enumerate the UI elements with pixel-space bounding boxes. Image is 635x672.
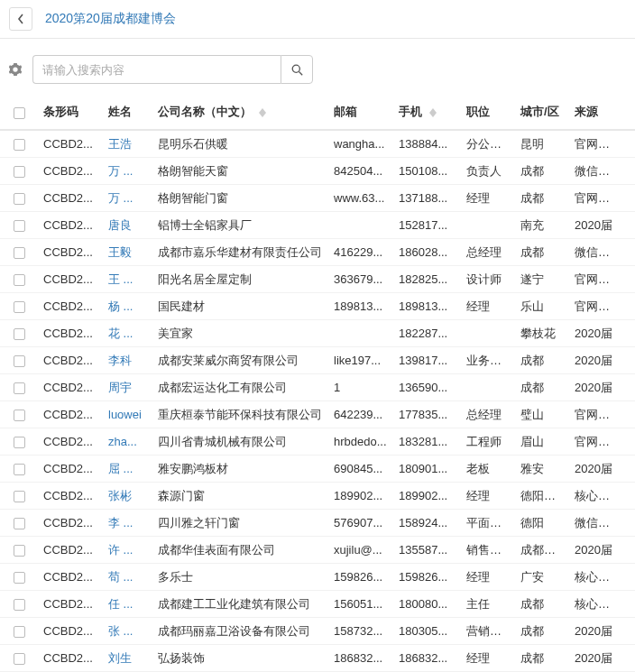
search-icon <box>291 64 303 76</box>
row-checkbox[interactable] <box>14 274 25 286</box>
col-source[interactable]: 来源 <box>569 104 623 120</box>
name-link[interactable]: 刘生 <box>108 651 132 665</box>
cell-email: 158732... <box>328 624 393 638</box>
cell-phone: 150108... <box>393 164 461 178</box>
cell-company: 四川雅之轩门窗 <box>152 515 328 531</box>
cell-phone: 189813... <box>393 299 461 313</box>
cell-source: 官网登记 <box>569 272 623 288</box>
breadcrumb: 2020第20届成都建博会 <box>0 0 635 39</box>
name-link[interactable]: 李 ... <box>108 516 133 529</box>
name-link[interactable]: 王 ... <box>108 272 133 286</box>
cell-position: 经理 <box>461 569 515 585</box>
name-link[interactable]: 苟 ... <box>108 570 133 584</box>
cell-city: 成都 <box>515 353 569 369</box>
row-checkbox[interactable] <box>14 355 25 367</box>
row-checkbox[interactable] <box>14 572 25 584</box>
cell-email: 189902... <box>328 489 393 502</box>
name-link[interactable]: 王毅 <box>108 245 132 259</box>
row-checkbox[interactable] <box>14 518 25 529</box>
row-checkbox[interactable] <box>14 193 25 205</box>
search-group <box>32 55 313 84</box>
row-checkbox[interactable] <box>14 653 25 665</box>
name-link[interactable]: 花 ... <box>108 327 133 340</box>
col-position[interactable]: 职位 <box>461 104 515 120</box>
table-row: CCBD2...luowei重庆桓泰节能环保科技有限公司642239...177… <box>0 401 635 428</box>
cell-company: 成都建工工业化建筑有限公司 <box>152 596 328 612</box>
cell-barcode: CCBD2... <box>38 543 103 557</box>
row-checkbox[interactable] <box>14 437 25 448</box>
cell-barcode: CCBD2... <box>38 218 103 232</box>
row-checkbox[interactable] <box>14 599 25 611</box>
col-company[interactable]: 公司名称（中文） <box>152 104 328 120</box>
back-button[interactable] <box>9 7 32 31</box>
cell-city: 德阳 <box>515 515 569 531</box>
select-all-checkbox[interactable] <box>14 107 25 119</box>
cell-position: 总经理 <box>461 407 515 423</box>
cell-company: 格朗智能天窗 <box>152 163 328 180</box>
table-row: CCBD2...唐良铝博士全铝家具厂152817...南充2020届 <box>0 212 635 239</box>
name-link[interactable]: 万 ... <box>108 164 133 178</box>
col-phone[interactable]: 手机 <box>393 104 461 120</box>
cell-position: 设计师 <box>461 272 515 288</box>
gear-icon[interactable] <box>9 63 22 76</box>
cell-company: 重庆桓泰节能环保科技有限公司 <box>152 407 328 423</box>
name-link[interactable]: luowei <box>108 408 142 421</box>
table-row: CCBD2...王毅成都市嘉乐华建材有限责任公司416229...186028.… <box>0 239 635 266</box>
cell-position: 老板 <box>461 461 515 477</box>
name-link[interactable]: 张 ... <box>108 624 133 638</box>
row-checkbox[interactable] <box>14 410 25 421</box>
breadcrumb-link[interactable]: 2020第20届成都建博会 <box>45 11 176 27</box>
row-checkbox[interactable] <box>14 247 25 259</box>
name-link[interactable]: 杨 ... <box>108 299 133 313</box>
name-link[interactable]: 万 ... <box>108 191 133 205</box>
name-link[interactable]: 任 ... <box>108 597 133 611</box>
row-checkbox[interactable] <box>14 220 25 232</box>
cell-barcode: CCBD2... <box>38 164 103 178</box>
name-link[interactable]: 许 ... <box>108 543 133 557</box>
table-row: CCBD2...万 ...格朗智能天窗842504...150108...负责人… <box>0 158 635 185</box>
table-row: CCBD2...张 ...成都玛丽嘉卫浴设备有限公司158732...18030… <box>0 618 635 645</box>
row-checkbox[interactable] <box>14 464 25 475</box>
col-email[interactable]: 邮箱 <box>328 104 393 120</box>
name-link[interactable]: 屈 ... <box>108 462 133 475</box>
cell-phone: 180305... <box>393 624 461 638</box>
search-button[interactable] <box>281 55 313 84</box>
cell-phone: 177835... <box>393 408 461 421</box>
cell-company: 成都玛丽嘉卫浴设备有限公司 <box>152 623 328 640</box>
search-input[interactable] <box>32 55 281 84</box>
name-link[interactable]: 唐良 <box>108 218 132 232</box>
row-checkbox[interactable] <box>14 491 25 502</box>
cell-phone: 189902... <box>393 489 461 502</box>
row-checkbox[interactable] <box>14 328 25 340</box>
cell-source: 核心买家 <box>569 569 623 585</box>
col-barcode[interactable]: 条形码 <box>38 104 103 120</box>
row-checkbox[interactable] <box>14 139 25 151</box>
name-link[interactable]: 周宇 <box>108 381 132 394</box>
cell-position: 总经理 <box>461 244 515 261</box>
cell-city: 成都 <box>515 650 569 667</box>
cell-phone: 180901... <box>393 462 461 475</box>
cell-position: 平面设计 <box>461 515 515 531</box>
row-checkbox[interactable] <box>14 166 25 178</box>
col-city[interactable]: 城市/区 <box>515 104 569 120</box>
name-link[interactable]: 李科 <box>108 354 132 367</box>
cell-company: 雅安鹏鸿板材 <box>152 461 328 477</box>
cell-company: 昆明乐石供暖 <box>152 136 328 152</box>
row-checkbox[interactable] <box>14 545 25 557</box>
name-link[interactable]: zha... <box>108 435 137 448</box>
row-checkbox[interactable] <box>14 626 25 638</box>
row-checkbox[interactable] <box>14 382 25 394</box>
name-link[interactable]: 张彬 <box>108 489 132 502</box>
cell-phone: 139817... <box>393 354 461 367</box>
cell-source: 2020届 <box>569 380 623 396</box>
cell-source: 官网登记 <box>569 190 623 207</box>
row-checkbox[interactable] <box>14 301 25 313</box>
cell-city: 昆明 <box>515 136 569 152</box>
cell-barcode: CCBD2... <box>38 597 103 611</box>
name-link[interactable]: 王浩 <box>108 137 132 151</box>
col-name[interactable]: 姓名 <box>103 104 152 120</box>
table-row: CCBD2...王 ...阳光名居全屋定制363679...182825...设… <box>0 266 635 293</box>
cell-email: 159826... <box>328 570 393 584</box>
cell-city: 眉山 <box>515 434 569 450</box>
cell-barcode: CCBD2... <box>38 327 103 340</box>
